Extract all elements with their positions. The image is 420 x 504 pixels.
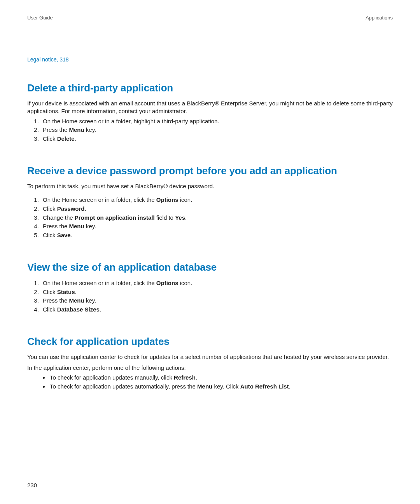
- header-left: User Guide: [27, 15, 53, 21]
- step-item: Press the Menu key.: [40, 222, 393, 231]
- bullet-item: To check for application updates manuall…: [49, 373, 393, 382]
- section-intro: To perform this task, you must have set …: [27, 182, 393, 190]
- step-item: Click Password.: [40, 205, 393, 213]
- step-item: Press the Menu key.: [40, 296, 393, 305]
- legal-notice-link[interactable]: Legal notice, 318: [27, 56, 393, 63]
- step-list: On the Home screen or in a folder, highl…: [27, 117, 393, 143]
- step-item: On the Home screen or in a folder, highl…: [40, 117, 393, 126]
- section-title: Receive a device password prompt before …: [27, 165, 393, 177]
- section-delete-third-party: Delete a third-party application If your…: [27, 82, 393, 143]
- step-item: On the Home screen or in a folder, click…: [40, 279, 393, 287]
- step-item: Change the Prompt on application install…: [40, 214, 393, 222]
- step-list: On the Home screen or in a folder, click…: [27, 279, 393, 314]
- step-item: Click Database Sizes.: [40, 305, 393, 314]
- header-right: Applications: [366, 15, 393, 21]
- step-item: On the Home screen or in a folder, click…: [40, 196, 393, 204]
- section-title: Delete a third-party application: [27, 82, 393, 94]
- section-subintro: In the application center, perform one o…: [27, 364, 393, 372]
- page-number: 230: [27, 482, 37, 488]
- section-check-updates: Check for application updates You can us…: [27, 336, 393, 391]
- section-title: View the size of an application database: [27, 261, 393, 273]
- section-title: Check for application updates: [27, 336, 393, 348]
- step-item: Press the Menu key.: [40, 126, 393, 134]
- bullet-list: To check for application updates manuall…: [27, 373, 393, 391]
- step-item: Click Delete.: [40, 135, 393, 143]
- document-page: User Guide Applications Legal notice, 31…: [0, 0, 420, 504]
- bullet-item: To check for application updates automat…: [49, 382, 393, 391]
- step-item: Click Save.: [40, 231, 393, 240]
- page-header: User Guide Applications: [27, 15, 393, 21]
- section-view-db-size: View the size of an application database…: [27, 261, 393, 314]
- section-intro: You can use the application center to ch…: [27, 353, 393, 361]
- section-password-prompt: Receive a device password prompt before …: [27, 165, 393, 240]
- step-list: On the Home screen or in a folder, click…: [27, 196, 393, 240]
- section-intro: If your device is associated with an ema…: [27, 100, 393, 116]
- step-item: Click Status.: [40, 288, 393, 296]
